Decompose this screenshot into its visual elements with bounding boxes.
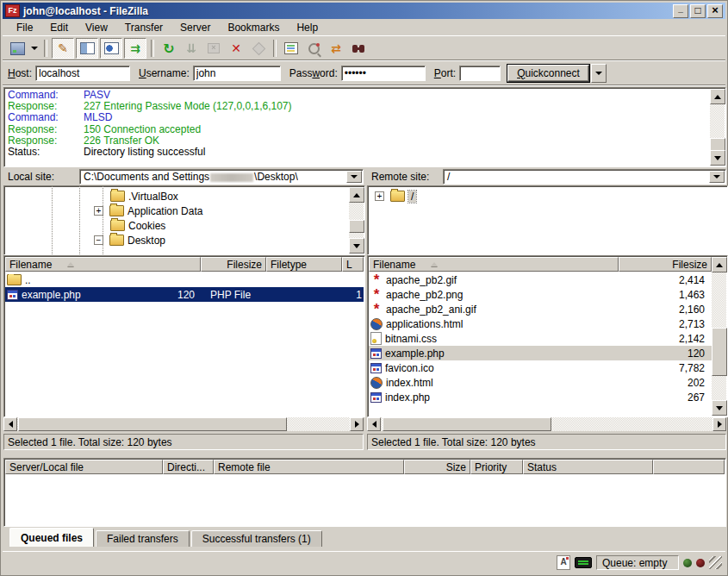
column-header-filetype[interactable]: Filetype [266, 257, 342, 272]
password-input[interactable] [341, 66, 426, 81]
maximize-button[interactable] [690, 4, 706, 18]
tree-item-root[interactable]: + / [375, 189, 416, 203]
process-queue-button[interactable]: ⇊ [181, 39, 202, 58]
scroll-right-button[interactable] [712, 417, 726, 431]
remote-tree[interactable]: + / [367, 185, 728, 255]
menu-edit[interactable]: Edit [41, 20, 77, 35]
local-tree-scrollbar[interactable] [349, 187, 364, 254]
remote-site-row: Remote site: / [367, 169, 726, 185]
local-site-combo[interactable]: C:\Documents and Settings\Desktop\ [79, 169, 364, 185]
column-header-direction[interactable]: Directi... [163, 460, 214, 474]
menu-bookmarks[interactable]: Bookmarks [219, 20, 288, 35]
column-header-filename[interactable]: Filename [5, 257, 201, 272]
column-header-remote-file[interactable]: Remote file [214, 460, 404, 474]
list-item[interactable]: *apache_pb2.gif2,414 [369, 272, 712, 287]
scroll-thumb[interactable] [712, 328, 727, 376]
synchronized-browsing-button[interactable]: ⇄ [326, 39, 346, 58]
tree-expander[interactable]: + [94, 206, 103, 216]
scroll-down-button[interactable] [349, 238, 364, 254]
remote-site-combo[interactable]: / [443, 169, 726, 185]
list-item[interactable]: index.php267 [369, 390, 712, 404]
column-header-lastmodified-truncated[interactable]: L [342, 257, 364, 272]
scroll-up-button[interactable] [710, 89, 725, 104]
resize-grip[interactable] [709, 556, 722, 569]
minimize-button[interactable] [673, 4, 688, 18]
remote-site-dropdown-button[interactable] [709, 171, 725, 183]
transfer-queue[interactable]: Server/Local file Directi... Remote file… [3, 458, 726, 527]
quickconnect-dropdown-button[interactable] [591, 64, 607, 83]
column-header-filesize[interactable]: Filesize [201, 257, 266, 272]
reconnect-button[interactable] [248, 39, 269, 58]
username-input[interactable] [193, 66, 281, 81]
menu-transfer[interactable]: Transfer [116, 20, 171, 35]
local-file-list[interactable]: Filename Filesize Filetype L .. example.… [3, 255, 365, 417]
cancel-operation-button[interactable]: × [203, 39, 224, 58]
folder-icon [109, 235, 124, 246]
disconnect-button[interactable]: ✕ [226, 39, 246, 58]
list-item[interactable]: *apache_pb2_ani.gif2,160 [369, 302, 712, 316]
menu-file[interactable]: File [8, 20, 41, 35]
toggle-local-tree-button[interactable] [76, 38, 98, 59]
local-list-hscrollbar[interactable] [3, 417, 364, 431]
close-button[interactable] [707, 4, 723, 18]
remote-file-list[interactable]: Filename Filesize *apache_pb2.gif2,414 *… [367, 255, 728, 417]
quickconnect-button[interactable]: Quickconnect [507, 65, 589, 82]
toggle-remote-tree-button[interactable] [100, 38, 122, 59]
toggle-message-log-button[interactable]: ✎ [52, 38, 74, 59]
list-item-example-php[interactable]: example.php 120 PHP File 1 [5, 287, 364, 302]
scroll-thumb[interactable] [383, 417, 551, 431]
menu-help[interactable]: Help [288, 20, 327, 35]
tree-expander[interactable]: − [94, 235, 103, 245]
site-manager-dropdown-button[interactable] [29, 39, 40, 58]
list-item[interactable]: applications.html2,713 [369, 316, 712, 331]
column-header-filename[interactable]: Filename [369, 257, 619, 272]
tree-item-virtualbox[interactable]: .VirtualBox [94, 189, 178, 203]
local-site-dropdown-button[interactable] [346, 171, 362, 183]
scroll-thumb[interactable] [349, 220, 364, 233]
list-item[interactable]: bitnami.css2,142 [369, 331, 712, 346]
scroll-thumb[interactable] [18, 417, 287, 431]
scroll-down-button[interactable] [712, 400, 727, 416]
tab-failed-transfers[interactable]: Failed transfers [96, 530, 190, 547]
host-input[interactable] [35, 66, 130, 81]
tree-expander[interactable]: + [375, 191, 384, 201]
tab-queued-files[interactable]: Queued files [9, 528, 94, 547]
port-input[interactable] [459, 66, 501, 81]
list-item[interactable]: *apache_pb2.png1,463 [369, 287, 712, 302]
tree-item-desktop[interactable]: − Desktop [94, 233, 165, 247]
scroll-left-button[interactable] [367, 417, 381, 431]
column-header-status[interactable]: Status [523, 460, 653, 474]
list-item-parent-dir[interactable]: .. [5, 272, 364, 287]
refresh-button[interactable]: ↻ [159, 39, 179, 58]
list-item[interactable]: favicon.ico7,782 [369, 360, 712, 375]
column-header-filesize[interactable]: Filesize [619, 257, 712, 272]
tab-successful-transfers[interactable]: Successful transfers (1) [191, 530, 322, 547]
list-item-selected[interactable]: example.php120 [369, 346, 712, 360]
toggle-transfer-queue-button[interactable]: ⇉ [124, 38, 146, 59]
scroll-up-button[interactable] [349, 187, 364, 203]
speed-limit-indicator-icon[interactable] [575, 557, 592, 568]
list-item[interactable]: index.html202 [369, 375, 712, 390]
column-header-priority[interactable]: Priority [470, 460, 523, 474]
remote-list-scrollbar[interactable] [712, 257, 726, 416]
scroll-up-button[interactable] [712, 257, 727, 272]
tree-item-application-data[interactable]: + Application Data [94, 203, 202, 218]
column-header-size[interactable]: Size [404, 460, 470, 474]
title-bar[interactable]: Fz john@localhost - FileZilla [3, 3, 725, 19]
menu-view[interactable]: View [77, 20, 116, 35]
site-manager-button[interactable] [7, 39, 28, 58]
remote-list-hscrollbar[interactable] [367, 417, 726, 431]
tree-item-cookies[interactable]: Cookies [94, 218, 165, 233]
scroll-left-button[interactable] [3, 417, 17, 431]
directory-comparison-button[interactable] [303, 39, 324, 58]
scroll-right-button[interactable] [350, 417, 364, 431]
remote-selection-status: Selected 1 file. Total size: 120 bytes [367, 434, 726, 450]
menu-server[interactable]: Server [171, 20, 219, 35]
find-files-button[interactable] [348, 39, 369, 58]
scroll-down-button[interactable] [710, 150, 725, 166]
message-log[interactable]: Command:PASV Response:227 Entering Passi… [3, 87, 726, 167]
directory-filters-button[interactable] [281, 39, 302, 58]
local-tree[interactable]: .VirtualBox + Application Data Cookies −… [3, 185, 365, 255]
log-scrollbar[interactable] [710, 89, 725, 166]
column-header-server-local-file[interactable]: Server/Local file [5, 460, 163, 474]
